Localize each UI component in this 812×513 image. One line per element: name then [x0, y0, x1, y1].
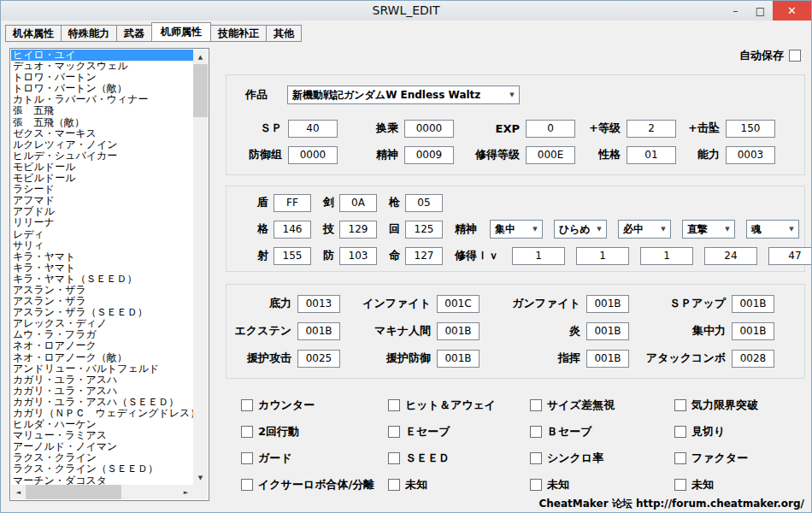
maximize-button[interactable]: □	[748, 1, 773, 21]
field-input[interactable]	[586, 350, 629, 368]
field-input[interactable]	[404, 146, 454, 164]
flag-checkbox[interactable]	[388, 426, 400, 438]
field-input[interactable]	[288, 146, 338, 164]
tab[interactable]: 其他	[266, 25, 302, 42]
field-input[interactable]	[732, 295, 774, 313]
field-input[interactable]	[732, 322, 774, 340]
spirit-dropdown[interactable]: 魂 ▼	[746, 220, 799, 239]
flag-checkbox[interactable]	[530, 399, 542, 411]
pilot-list-item[interactable]: 張 五飛	[11, 105, 193, 116]
pilot-list-item[interactable]: ヒルダ・ハーケン	[11, 419, 193, 430]
pilot-list-item[interactable]: ネオ・ロアノーク	[11, 340, 193, 351]
learn-level-input[interactable]	[768, 247, 812, 265]
pilot-list-item[interactable]: ムウ・ラ・フラガ	[11, 329, 193, 340]
pilot-list-item[interactable]: リリーナ	[11, 217, 193, 228]
pilot-list-item[interactable]: キラ・ヤマト	[11, 251, 193, 262]
field-input[interactable]	[627, 120, 676, 138]
field-input[interactable]	[726, 120, 775, 138]
field-input[interactable]	[586, 322, 629, 340]
pilot-list-item[interactable]: カガリ・ユラ・アスハ（ＳＥＥＤ）	[11, 397, 193, 408]
close-button[interactable]: ✕	[773, 1, 811, 21]
pilot-list-item[interactable]: ラクス・クライン（ＳＥＥＤ）	[11, 463, 193, 475]
flag-checkbox[interactable]	[530, 452, 542, 464]
pilot-list-item[interactable]: カガリ（ＮＰＣ ウェディングドレス）	[11, 408, 193, 419]
horizontal-scroll-thumb[interactable]	[26, 485, 121, 499]
field-input[interactable]	[297, 322, 340, 340]
flag-checkbox[interactable]	[674, 399, 686, 411]
flag-checkbox[interactable]	[388, 399, 400, 411]
pilot-list-item[interactable]: アスラン・ザラ	[11, 285, 193, 296]
scroll-left-button[interactable]: ◄	[11, 485, 26, 499]
vertical-scroll-thumb[interactable]	[193, 64, 208, 117]
pilot-list-item[interactable]: サリィ	[11, 240, 193, 251]
flag-checkbox[interactable]	[674, 426, 686, 438]
spirit-dropdown[interactable]: 必中 ▼	[618, 220, 671, 239]
flag-checkbox[interactable]	[674, 479, 686, 491]
pilot-list-item[interactable]: カトル・ラバーバ・ウィナー	[11, 94, 193, 105]
field-input[interactable]	[297, 295, 340, 313]
pilot-list-item[interactable]: レディ	[11, 229, 193, 240]
tab[interactable]: 机师属性	[151, 22, 211, 42]
field-input[interactable]	[586, 295, 629, 313]
pilot-list-item[interactable]: デュオ・マックスウェル	[11, 61, 193, 72]
field-input[interactable]	[339, 221, 377, 239]
learn-level-input[interactable]	[640, 247, 693, 265]
field-input[interactable]	[339, 247, 377, 265]
pilot-list-item[interactable]: ゼクス・マーキス	[11, 128, 193, 139]
field-input[interactable]	[339, 194, 377, 212]
pilot-list-item[interactable]: アブドル	[11, 206, 193, 217]
scroll-down-button[interactable]: ▼	[193, 470, 208, 485]
pilot-list-item[interactable]: カガリ・ユラ・アスハ	[11, 386, 193, 397]
minimize-button[interactable]: –	[723, 1, 748, 21]
flag-checkbox[interactable]	[674, 452, 686, 464]
pilot-list-item[interactable]: ヒルデ・シュバイカー	[11, 150, 193, 162]
field-input[interactable]	[274, 221, 311, 239]
field-input[interactable]	[526, 120, 575, 138]
horizontal-scrollbar[interactable]: ◄ ►	[11, 485, 193, 499]
pilot-list-item[interactable]: アスラン・ザラ（ＳＥＥＤ）	[11, 307, 193, 318]
pilot-list-item[interactable]: アーノルド・ノイマン	[11, 441, 193, 452]
pilot-list-item[interactable]: モビルドール	[11, 162, 193, 173]
spirit-dropdown[interactable]: 直撃 ▼	[682, 220, 735, 239]
learn-level-input[interactable]	[704, 247, 757, 265]
pilot-list-item[interactable]: アンドリュー・バルトフェルド	[11, 363, 193, 374]
field-input[interactable]	[732, 350, 774, 368]
pilot-list-item[interactable]: ラクス・クライン	[11, 452, 193, 463]
pilot-list-item[interactable]: アスラン・ザラ	[11, 296, 193, 307]
pilot-list-item[interactable]: カガリ・ユラ・アスハ	[11, 374, 193, 386]
pilot-list-item[interactable]: アレックス・ディノ	[11, 318, 193, 329]
pilot-list-item[interactable]: ヒイロ・ユイ	[11, 50, 193, 61]
pilot-list-item[interactable]: ルクレツィア・ノイン	[11, 139, 193, 150]
pilot-list-item[interactable]: キラ・ヤマト	[11, 262, 193, 274]
autosave-checkbox[interactable]	[789, 50, 801, 62]
spirit-dropdown[interactable]: ひらめ ▼	[554, 220, 607, 239]
tab[interactable]: 特殊能力	[61, 25, 117, 42]
pilot-list-item[interactable]: マーチン・ダコスタ	[11, 475, 193, 485]
flag-checkbox[interactable]	[388, 479, 400, 491]
field-input[interactable]	[404, 120, 454, 138]
field-input[interactable]	[405, 221, 443, 239]
flag-checkbox[interactable]	[241, 479, 253, 491]
pilot-list-item[interactable]: トロワ・バートン（敵）	[11, 83, 193, 94]
field-input[interactable]	[274, 247, 311, 265]
field-input[interactable]	[526, 146, 575, 164]
pilot-list-item[interactable]: トロワ・バートン	[11, 72, 193, 83]
pilot-list-item[interactable]: アフマド	[11, 195, 193, 206]
flag-checkbox[interactable]	[241, 426, 253, 438]
field-input[interactable]	[405, 247, 443, 265]
learn-level-input[interactable]	[512, 247, 565, 265]
tab[interactable]: 机体属性	[5, 25, 62, 42]
field-input[interactable]	[437, 350, 480, 368]
field-input[interactable]	[288, 120, 338, 138]
vertical-scrollbar[interactable]: ▲ ▼	[193, 50, 208, 485]
pilot-list-item[interactable]: モビルドール	[11, 173, 193, 184]
flag-checkbox[interactable]	[530, 479, 542, 491]
tab[interactable]: 武器	[116, 25, 152, 42]
flag-checkbox[interactable]	[241, 452, 253, 464]
field-input[interactable]	[726, 146, 775, 164]
pilot-list-item[interactable]: マリュー・ラミアス	[11, 430, 193, 441]
flag-checkbox[interactable]	[530, 426, 542, 438]
field-input[interactable]	[297, 350, 340, 368]
pilot-list-item[interactable]: ラシード	[11, 184, 193, 195]
flag-checkbox[interactable]	[388, 452, 400, 464]
